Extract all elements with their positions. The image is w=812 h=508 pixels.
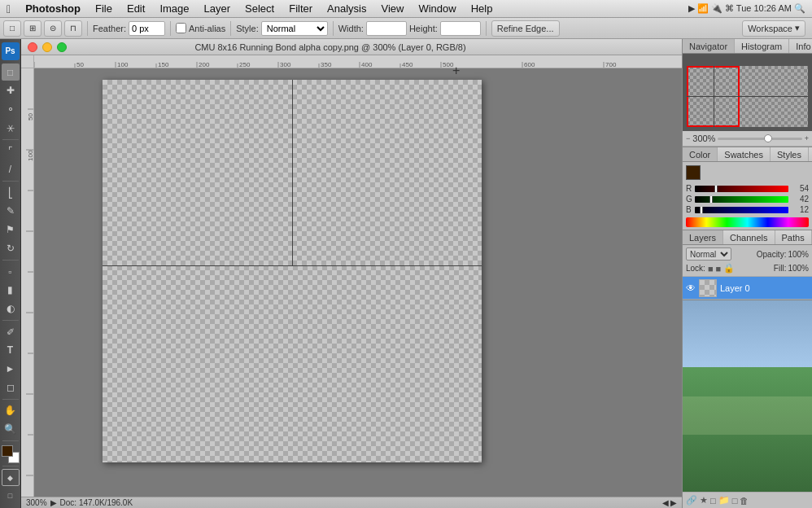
subtract-selection-btn[interactable]: ⊝: [44, 20, 62, 37]
menu-layer[interactable]: Layer: [198, 1, 238, 16]
link-layers-icon[interactable]: 🔗: [686, 495, 697, 506]
foreground-color-swatch[interactable]: [2, 445, 13, 457]
new-group-icon[interactable]: 📁: [718, 495, 730, 506]
toolbar-separator-1: [87, 21, 88, 36]
add-selection-btn[interactable]: ⊞: [24, 20, 41, 37]
height-input[interactable]: [440, 21, 481, 36]
b-slider-thumb[interactable]: [700, 207, 703, 213]
lock-pixels-icon[interactable]: ■: [708, 264, 714, 274]
tab-layers[interactable]: Layers: [683, 230, 723, 244]
zoom-in-icon[interactable]: +: [805, 134, 809, 142]
foreground-color-main[interactable]: [686, 165, 701, 180]
zoom-slider[interactable]: [718, 138, 801, 140]
zoom-tool[interactable]: 🔍: [2, 420, 20, 438]
tool-separator-7: [2, 466, 19, 466]
menu-window[interactable]: Window: [412, 1, 462, 16]
b-slider[interactable]: [695, 207, 788, 213]
menu-file[interactable]: File: [89, 1, 119, 16]
color-swatches[interactable]: [2, 445, 20, 463]
add-mask-icon[interactable]: □: [710, 496, 716, 506]
clone-stamp-tool[interactable]: ⚑: [2, 221, 20, 239]
refine-edge-btn[interactable]: Refine Edge...: [491, 20, 560, 37]
menu-edit[interactable]: Edit: [120, 1, 151, 16]
tab-histogram[interactable]: Histogram: [735, 39, 789, 53]
feather-input[interactable]: [129, 21, 165, 36]
new-layer-icon[interactable]: □: [732, 496, 738, 506]
path-select-tool[interactable]: ►: [2, 360, 20, 378]
history-brush-tool[interactable]: ↻: [2, 239, 20, 257]
spot-heal-tool[interactable]: ⎣: [2, 184, 20, 202]
menu-analysis[interactable]: Analysis: [321, 1, 373, 16]
brick-top-left: [103, 80, 292, 265]
tool-separator-5: [2, 399, 19, 400]
r-slider[interactable]: [695, 186, 788, 192]
pen-tool[interactable]: ✐: [2, 323, 20, 341]
new-selection-btn[interactable]: □: [3, 20, 21, 37]
menu-photoshop[interactable]: Photoshop: [19, 1, 87, 16]
layers-footer: 🔗 ★ □ 📁 □ 🗑: [683, 492, 812, 508]
tab-channels[interactable]: Channels: [723, 230, 775, 244]
screen-mode-btn[interactable]: □: [2, 487, 20, 505]
workspace-btn[interactable]: Workspace ▾: [742, 20, 805, 37]
apple-logo[interactable]: : [7, 2, 11, 15]
add-layer-style-icon[interactable]: ★: [700, 495, 708, 506]
menu-view[interactable]: View: [375, 1, 411, 16]
eraser-tool[interactable]: ▫: [2, 263, 20, 281]
tab-info[interactable]: Info: [789, 39, 812, 53]
zoom-slider-thumb[interactable]: [764, 134, 772, 142]
hand-tool[interactable]: ✋: [2, 402, 20, 420]
status-bar-nav-left[interactable]: ◀: [662, 498, 669, 507]
menu-help[interactable]: Help: [465, 1, 500, 16]
tool-separator-4: [2, 320, 19, 321]
channel-r-row: R 54: [683, 183, 812, 194]
style-select[interactable]: Normal Fixed Ratio Fixed Size: [261, 21, 328, 36]
color-spectrum[interactable]: [686, 217, 809, 227]
brick-top-right: [292, 80, 482, 265]
lasso-tool[interactable]: ⚬: [2, 100, 20, 118]
move-tool[interactable]: ✚: [2, 81, 20, 99]
zoom-out-icon[interactable]: −: [686, 134, 690, 142]
eyedropper-tool[interactable]: /: [2, 160, 20, 178]
brush-tool[interactable]: ✎: [2, 203, 20, 221]
r-value: 54: [791, 184, 809, 193]
g-slider-thumb[interactable]: [709, 196, 713, 203]
menu-filter[interactable]: Filter: [282, 1, 319, 16]
status-bar-arrow[interactable]: ▶: [50, 498, 57, 507]
tab-styles[interactable]: Styles: [771, 147, 809, 161]
shape-tool[interactable]: ◻: [2, 379, 20, 396]
menu-image[interactable]: Image: [153, 1, 195, 16]
lock-position-icon[interactable]: ■: [716, 264, 722, 274]
menu-bar:  Photoshop File Edit Image Layer Select…: [0, 0, 812, 18]
landscape-highlight: [683, 396, 812, 435]
tab-color[interactable]: Color: [683, 147, 718, 161]
minimize-btn[interactable]: [42, 42, 52, 52]
delete-layer-icon[interactable]: 🗑: [740, 496, 749, 506]
maximize-btn[interactable]: [57, 42, 67, 52]
dodge-tool[interactable]: ◐: [2, 300, 20, 318]
intersect-selection-btn[interactable]: ⊓: [64, 20, 82, 37]
status-bar-nav-right[interactable]: ▶: [670, 498, 677, 507]
blend-mode-select[interactable]: Normal Multiply Screen: [686, 247, 731, 261]
anti-alias-checkbox[interactable]: [176, 23, 186, 33]
layers-panel: Layers Channels Paths × Normal Multiply …: [683, 230, 812, 508]
tab-swatches[interactable]: Swatches: [718, 147, 771, 161]
rectangular-marquee-tool[interactable]: □: [2, 64, 20, 81]
lock-all-icon[interactable]: 🔒: [723, 263, 735, 274]
color-panel-close[interactable]: ×: [809, 150, 812, 159]
tab-paths[interactable]: Paths: [775, 230, 812, 244]
tool-separator-6: [2, 440, 19, 441]
layer-visibility-toggle[interactable]: 👁: [686, 282, 696, 294]
r-label: R: [686, 184, 692, 193]
text-tool[interactable]: T: [2, 341, 20, 359]
menu-select[interactable]: Select: [238, 1, 281, 16]
quick-select-tool[interactable]: ⚹: [2, 119, 20, 137]
close-btn[interactable]: [28, 42, 37, 52]
r-slider-thumb[interactable]: [714, 186, 718, 192]
gradient-tool[interactable]: ▮: [2, 281, 20, 299]
g-slider[interactable]: [695, 196, 788, 203]
layer-row-0[interactable]: 👁 Layer 0: [683, 277, 812, 300]
crop-tool[interactable]: ⌜: [2, 142, 20, 160]
width-input[interactable]: [366, 21, 407, 36]
tab-navigator[interactable]: Navigator: [683, 39, 735, 53]
quick-mask-btn[interactable]: ◆: [2, 469, 20, 487]
